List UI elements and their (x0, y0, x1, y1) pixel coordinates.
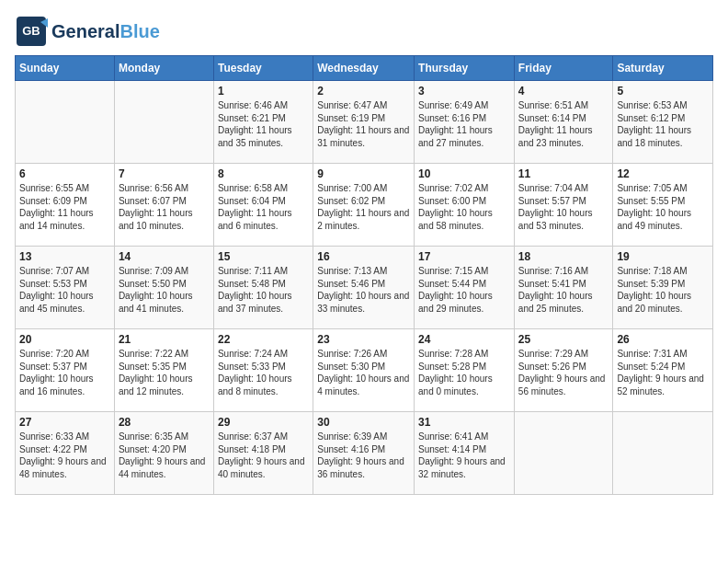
calendar-cell (613, 412, 713, 495)
calendar-cell: 20Sunrise: 7:20 AMSunset: 5:37 PMDayligh… (16, 329, 115, 412)
day-info: Sunrise: 7:22 AMSunset: 5:35 PMDaylight:… (119, 348, 210, 397)
day-number: 20 (19, 333, 110, 346)
day-info: Sunrise: 6:53 AMSunset: 6:12 PMDaylight:… (617, 99, 709, 149)
col-saturday: Saturday (613, 56, 713, 81)
day-number: 18 (518, 250, 609, 263)
day-number: 22 (218, 333, 309, 346)
day-number: 8 (218, 167, 309, 180)
day-info: Sunrise: 7:09 AMSunset: 5:50 PMDaylight:… (119, 265, 210, 315)
calendar-cell: 2Sunrise: 6:47 AMSunset: 6:19 PMDaylight… (313, 81, 415, 164)
col-friday: Friday (514, 56, 613, 81)
calendar-cell: 16Sunrise: 7:13 AMSunset: 5:46 PMDayligh… (313, 247, 415, 329)
day-number: 10 (418, 167, 510, 180)
day-number: 13 (19, 250, 110, 263)
day-info: Sunrise: 6:58 AMSunset: 6:04 PMDaylight:… (218, 182, 309, 232)
day-info: Sunrise: 7:05 AMSunset: 5:55 PMDaylight:… (617, 182, 709, 232)
day-number: 7 (119, 167, 210, 180)
day-number: 9 (317, 167, 410, 180)
day-number: 2 (317, 85, 410, 98)
calendar-cell: 10Sunrise: 7:02 AMSunset: 6:00 PMDayligh… (415, 164, 515, 247)
calendar-cell: 7Sunrise: 6:56 AMSunset: 6:07 PMDaylight… (114, 164, 213, 247)
day-number: 11 (518, 167, 609, 180)
calendar-cell: 27Sunrise: 6:33 AMSunset: 4:22 PMDayligh… (16, 412, 115, 495)
header: GB GeneralBlue (15, 15, 713, 48)
day-number: 15 (218, 250, 309, 263)
day-info: Sunrise: 7:31 AMSunset: 5:24 PMDaylight:… (617, 348, 709, 397)
day-info: Sunrise: 7:24 AMSunset: 5:33 PMDaylight:… (218, 348, 309, 397)
day-info: Sunrise: 6:46 AMSunset: 6:21 PMDaylight:… (218, 99, 309, 149)
day-number: 26 (617, 333, 709, 346)
calendar-cell: 1Sunrise: 6:46 AMSunset: 6:21 PMDaylight… (213, 81, 313, 164)
svg-text:GB: GB (22, 24, 40, 38)
week-row-3: 13Sunrise: 7:07 AMSunset: 5:53 PMDayligh… (16, 247, 713, 329)
day-info: Sunrise: 6:49 AMSunset: 6:16 PMDaylight:… (418, 99, 510, 149)
day-info: Sunrise: 7:16 AMSunset: 5:41 PMDaylight:… (518, 265, 609, 315)
day-info: Sunrise: 7:00 AMSunset: 6:02 PMDaylight:… (317, 182, 410, 232)
calendar-cell (514, 412, 613, 495)
calendar-cell: 3Sunrise: 6:49 AMSunset: 6:16 PMDaylight… (415, 81, 515, 164)
calendar-cell: 23Sunrise: 7:26 AMSunset: 5:30 PMDayligh… (313, 329, 415, 412)
calendar-cell: 13Sunrise: 7:07 AMSunset: 5:53 PMDayligh… (16, 247, 115, 329)
col-thursday: Thursday (415, 56, 515, 81)
day-info: Sunrise: 7:29 AMSunset: 5:26 PMDaylight:… (518, 348, 609, 397)
day-number: 14 (119, 250, 210, 263)
col-sunday: Sunday (16, 56, 115, 81)
day-number: 4 (518, 85, 609, 98)
calendar-cell: 21Sunrise: 7:22 AMSunset: 5:35 PMDayligh… (114, 329, 213, 412)
day-info: Sunrise: 6:35 AMSunset: 4:20 PMDaylight:… (119, 431, 210, 480)
day-info: Sunrise: 7:11 AMSunset: 5:48 PMDaylight:… (218, 265, 309, 315)
calendar-cell: 28Sunrise: 6:35 AMSunset: 4:20 PMDayligh… (114, 412, 213, 495)
calendar-cell: 19Sunrise: 7:18 AMSunset: 5:39 PMDayligh… (613, 247, 713, 329)
day-info: Sunrise: 7:20 AMSunset: 5:37 PMDaylight:… (19, 348, 110, 397)
day-info: Sunrise: 6:55 AMSunset: 6:09 PMDaylight:… (19, 182, 110, 232)
day-number: 23 (317, 333, 410, 346)
calendar-cell: 12Sunrise: 7:05 AMSunset: 5:55 PMDayligh… (613, 164, 713, 247)
day-number: 1 (218, 85, 309, 98)
week-row-5: 27Sunrise: 6:33 AMSunset: 4:22 PMDayligh… (16, 412, 713, 495)
calendar-cell: 15Sunrise: 7:11 AMSunset: 5:48 PMDayligh… (213, 247, 313, 329)
day-number: 21 (119, 333, 210, 346)
day-info: Sunrise: 7:04 AMSunset: 5:57 PMDaylight:… (518, 182, 609, 232)
day-number: 3 (418, 85, 510, 98)
day-info: Sunrise: 7:07 AMSunset: 5:53 PMDaylight:… (19, 265, 110, 315)
calendar-cell: 31Sunrise: 6:41 AMSunset: 4:14 PMDayligh… (415, 412, 515, 495)
day-info: Sunrise: 7:26 AMSunset: 5:30 PMDaylight:… (317, 348, 410, 397)
logo-icon: GB (15, 15, 48, 48)
day-info: Sunrise: 7:15 AMSunset: 5:44 PMDaylight:… (418, 265, 510, 315)
day-number: 24 (418, 333, 510, 346)
calendar-body: 1Sunrise: 6:46 AMSunset: 6:21 PMDaylight… (16, 81, 713, 495)
col-tuesday: Tuesday (213, 56, 313, 81)
day-number: 31 (418, 416, 510, 429)
day-number: 16 (317, 250, 410, 263)
calendar-cell: 8Sunrise: 6:58 AMSunset: 6:04 PMDaylight… (213, 164, 313, 247)
header-row: Sunday Monday Tuesday Wednesday Thursday… (16, 56, 713, 81)
day-info: Sunrise: 6:39 AMSunset: 4:16 PMDaylight:… (317, 431, 410, 480)
calendar-cell: 30Sunrise: 6:39 AMSunset: 4:16 PMDayligh… (313, 412, 415, 495)
week-row-1: 1Sunrise: 6:46 AMSunset: 6:21 PMDaylight… (16, 81, 713, 164)
logo-general: GeneralBlue (51, 21, 160, 41)
calendar-header: Sunday Monday Tuesday Wednesday Thursday… (16, 56, 713, 81)
calendar-cell: 26Sunrise: 7:31 AMSunset: 5:24 PMDayligh… (613, 329, 713, 412)
calendar-cell: 17Sunrise: 7:15 AMSunset: 5:44 PMDayligh… (415, 247, 515, 329)
week-row-2: 6Sunrise: 6:55 AMSunset: 6:09 PMDaylight… (16, 164, 713, 247)
calendar-cell: 25Sunrise: 7:29 AMSunset: 5:26 PMDayligh… (514, 329, 613, 412)
day-info: Sunrise: 7:28 AMSunset: 5:28 PMDaylight:… (418, 348, 510, 397)
calendar-cell: 29Sunrise: 6:37 AMSunset: 4:18 PMDayligh… (213, 412, 313, 495)
day-number: 29 (218, 416, 309, 429)
day-info: Sunrise: 6:33 AMSunset: 4:22 PMDaylight:… (19, 431, 110, 480)
day-number: 27 (19, 416, 110, 429)
calendar-table: Sunday Monday Tuesday Wednesday Thursday… (15, 55, 713, 495)
calendar-cell: 24Sunrise: 7:28 AMSunset: 5:28 PMDayligh… (415, 329, 515, 412)
calendar-cell: 6Sunrise: 6:55 AMSunset: 6:09 PMDaylight… (16, 164, 115, 247)
day-info: Sunrise: 7:13 AMSunset: 5:46 PMDaylight:… (317, 265, 410, 315)
calendar-cell: 4Sunrise: 6:51 AMSunset: 6:14 PMDaylight… (514, 81, 613, 164)
calendar-cell (16, 81, 115, 164)
col-wednesday: Wednesday (313, 56, 415, 81)
day-info: Sunrise: 6:56 AMSunset: 6:07 PMDaylight:… (119, 182, 210, 232)
day-info: Sunrise: 6:41 AMSunset: 4:14 PMDaylight:… (418, 431, 510, 480)
day-number: 5 (617, 85, 709, 98)
day-info: Sunrise: 6:51 AMSunset: 6:14 PMDaylight:… (518, 99, 609, 149)
day-number: 25 (518, 333, 609, 346)
calendar-cell: 11Sunrise: 7:04 AMSunset: 5:57 PMDayligh… (514, 164, 613, 247)
col-monday: Monday (114, 56, 213, 81)
